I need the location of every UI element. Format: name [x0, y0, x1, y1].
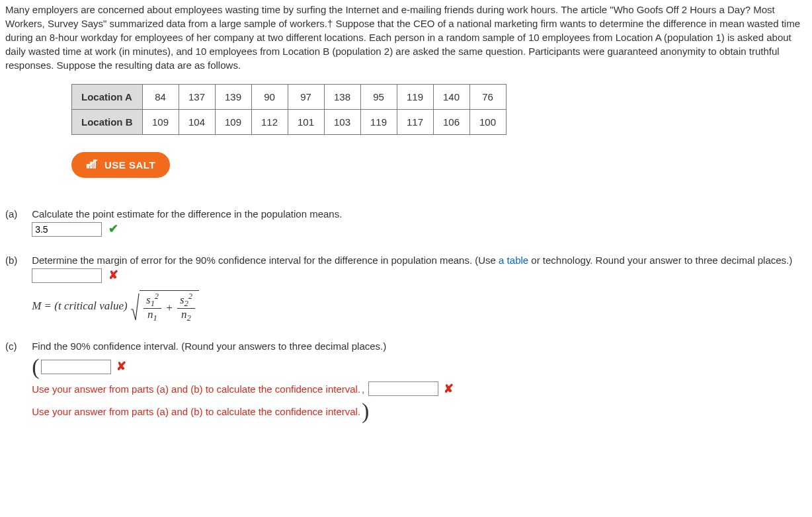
cross-icon: ✘ [444, 381, 454, 397]
cell: 95 [360, 85, 397, 110]
row-label-a: Location A [72, 85, 143, 110]
close-paren: ) [362, 400, 369, 422]
part-c-hint-1: Use your answer from parts (a) and (b) t… [32, 382, 360, 396]
part-c-label: (c) [5, 339, 29, 353]
cell: 119 [360, 110, 397, 135]
cell: 140 [433, 85, 469, 110]
cell: 104 [179, 110, 215, 135]
part-a: (a) Calculate the point estimate for the… [5, 207, 807, 237]
cell: 100 [469, 110, 506, 135]
cell: 76 [469, 85, 506, 110]
table-row: Location B 109 104 109 112 101 103 119 1… [72, 110, 507, 135]
part-c: (c) Find the 90% confidence interval. (R… [5, 339, 807, 422]
cell: 103 [324, 110, 360, 135]
cell: 117 [397, 110, 433, 135]
cross-icon: ✘ [116, 358, 126, 375]
cell: 139 [215, 85, 251, 110]
stats-icon [86, 159, 99, 171]
cell: 97 [288, 85, 324, 110]
row-label-b: Location B [72, 110, 143, 135]
check-icon: ✔ [108, 222, 118, 235]
cell: 109 [215, 110, 251, 135]
part-b-prompt-pre: Determine the margin of error for the 90… [32, 255, 499, 266]
part-b-label: (b) [5, 253, 29, 267]
open-paren: ( [32, 356, 39, 378]
data-table: Location A 84 137 139 90 97 138 95 119 1… [71, 84, 507, 135]
part-a-input[interactable] [32, 222, 102, 237]
table-link[interactable]: a table [499, 255, 528, 266]
cell: 109 [142, 110, 179, 135]
margin-formula: M = (t critical value) s12 n1 + s22 n2 [32, 290, 792, 323]
part-c-input-upper[interactable] [368, 381, 438, 396]
part-b-prompt-post: or technology. Round your answer to thre… [528, 255, 792, 266]
use-salt-label: USE SALT [104, 159, 155, 171]
cell: 84 [142, 85, 179, 110]
cell: 137 [179, 85, 215, 110]
cell: 138 [324, 85, 360, 110]
part-a-label: (a) [5, 207, 29, 221]
cell: 90 [251, 85, 288, 110]
part-c-input-lower[interactable] [41, 360, 111, 374]
use-salt-button[interactable]: USE SALT [71, 152, 170, 178]
cell: 106 [433, 110, 469, 135]
part-b: (b) Determine the margin of error for th… [5, 253, 807, 323]
cell: 101 [288, 110, 324, 135]
part-a-prompt: Calculate the point estimate for the dif… [32, 208, 342, 219]
cell: 112 [251, 110, 288, 135]
problem-intro: Many employers are concerned about emplo… [5, 3, 805, 72]
part-b-input[interactable] [32, 268, 102, 283]
table-row: Location A 84 137 139 90 97 138 95 119 1… [72, 85, 507, 110]
part-c-prompt: Find the 90% confidence interval. (Round… [32, 340, 386, 352]
cell: 119 [397, 85, 433, 110]
part-c-hint-2: Use your answer from parts (a) and (b) t… [32, 405, 360, 418]
cross-icon: ✘ [108, 268, 118, 282]
radical-icon [130, 292, 140, 321]
